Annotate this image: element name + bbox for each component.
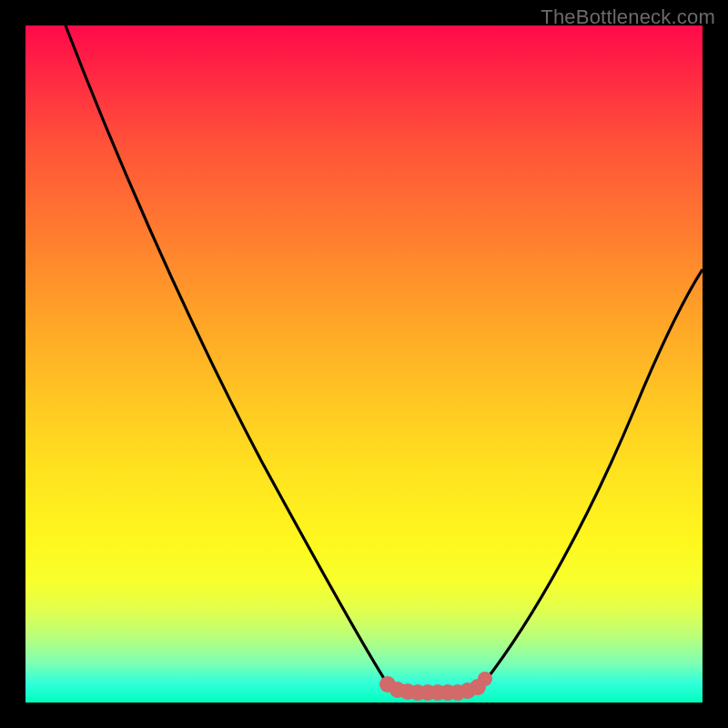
curve-right (484, 269, 703, 682)
watermark-text: TheBottleneck.com (541, 5, 715, 29)
curve-layer (25, 25, 703, 703)
curve-left (66, 25, 388, 684)
chart-frame: TheBottleneck.com (0, 0, 728, 728)
svg-point-10 (478, 672, 492, 686)
trough-dots (379, 672, 492, 701)
plot-area (25, 25, 703, 703)
